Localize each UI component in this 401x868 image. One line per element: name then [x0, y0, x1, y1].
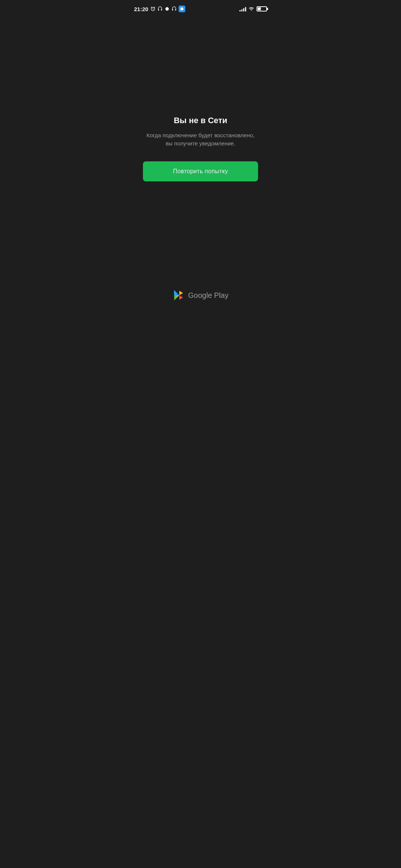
- signal-bar-4: [245, 7, 246, 11]
- offline-description: Когда подключение будет восстановлено, в…: [143, 131, 258, 148]
- record-icon: [164, 6, 170, 11]
- google-play-icon: [173, 289, 185, 301]
- status-right: 40: [239, 6, 267, 11]
- signal-bar-2: [241, 9, 242, 11]
- alarm-icon: [150, 6, 156, 11]
- main-content: Вы не в Сети Когда подключение будет вос…: [128, 16, 273, 280]
- status-time: 21:20: [134, 6, 148, 12]
- app-notification-icon: [179, 6, 185, 12]
- battery-level: 40: [260, 7, 264, 11]
- headphone2-icon: [172, 6, 177, 11]
- headphone-icon: [157, 6, 163, 11]
- google-play-label: Google Play: [188, 291, 229, 300]
- offline-title: Вы не в Сети: [174, 116, 227, 125]
- wifi-icon: [248, 6, 254, 11]
- status-left: 21:20: [134, 6, 185, 12]
- svg-point-0: [166, 7, 169, 10]
- status-bar: 21:20: [128, 0, 273, 16]
- signal-bar-3: [243, 8, 244, 11]
- battery-indicator: 40: [257, 6, 267, 11]
- status-icons: [150, 6, 185, 12]
- signal-bars: [239, 6, 246, 11]
- retry-button[interactable]: Повторить попытку: [143, 161, 258, 181]
- signal-bar-1: [239, 10, 241, 11]
- footer: Google Play: [128, 280, 273, 313]
